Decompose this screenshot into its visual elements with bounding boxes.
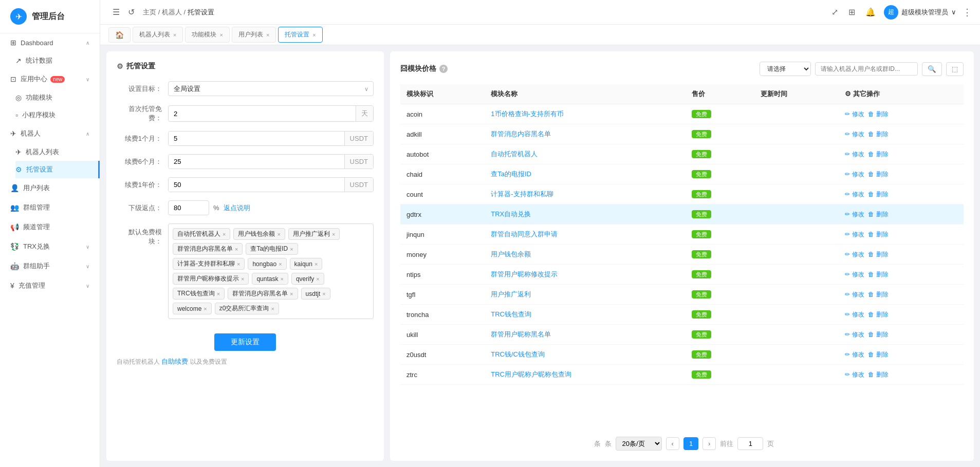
module-name-link[interactable]: 群管用户昵称修改提示 — [491, 270, 558, 278]
edit-link[interactable]: ✏ 修改 — [845, 351, 864, 358]
sidebar-item-channel-management[interactable]: 📢 频道管理 — [0, 217, 100, 237]
tag-close-button[interactable]: × — [316, 276, 319, 282]
module-name-link[interactable]: TRC钱包查询 — [491, 310, 531, 318]
edit-link[interactable]: ✏ 修改 — [845, 151, 864, 158]
update-settings-button[interactable]: 更新设置 — [214, 333, 276, 351]
delete-link[interactable]: 🗑 删除 — [868, 151, 888, 158]
delete-link[interactable]: 🗑 删除 — [868, 251, 888, 258]
module-name-link[interactable]: TRX自动兑换 — [491, 210, 531, 218]
grid-button[interactable]: ⊞ — [846, 5, 857, 19]
module-name-link[interactable]: 群管用户昵称黑名单 — [491, 330, 551, 338]
delete-link[interactable]: 🗑 删除 — [868, 371, 888, 378]
expand-button[interactable]: ⤢ — [829, 5, 840, 19]
delete-link[interactable]: 🗑 删除 — [868, 211, 888, 218]
sidebar-item-custody-settings[interactable]: ⚙ 托管设置 — [15, 161, 100, 178]
tag-close-button[interactable]: × — [235, 246, 238, 252]
renew-6month-input[interactable] — [169, 155, 344, 169]
edit-link[interactable]: ✏ 修改 — [845, 331, 864, 338]
tab-home[interactable]: 🏠 — [108, 27, 131, 43]
sidebar-item-statistics[interactable]: ↗ 统计数据 — [15, 52, 100, 69]
menu-toggle-button[interactable]: ☰ — [108, 5, 124, 19]
tag-close-button[interactable]: × — [241, 276, 244, 282]
sidebar-item-group-management[interactable]: 👥 群组管理 — [0, 198, 100, 217]
sidebar-item-app-center[interactable]: ⊡ 应用中心 new ∨ — [0, 69, 100, 89]
sidebar-item-recharge-management[interactable]: ¥ 充值管理 ∨ — [0, 276, 100, 295]
breadcrumb-home[interactable]: 主页 — [143, 8, 156, 16]
edit-link[interactable]: ✏ 修改 — [845, 191, 864, 198]
sidebar-item-trx-exchange[interactable]: 💱 TRX兑换 ∨ — [0, 237, 100, 256]
sidebar-item-robot[interactable]: ✈ 机器人 ∧ — [0, 124, 100, 143]
next-page-button[interactable]: › — [702, 437, 716, 450]
sidebar-item-mini-program[interactable]: ▫ 小程序模块 — [15, 106, 100, 124]
tag-close-button[interactable]: × — [279, 261, 282, 267]
edit-link[interactable]: ✏ 修改 — [845, 291, 864, 298]
tab-function-module[interactable]: 功能模块 × — [185, 27, 229, 43]
setting-target-select[interactable]: 全局设置 — [168, 81, 374, 96]
tag-close-button[interactable]: × — [204, 306, 207, 312]
help-icon[interactable]: ? — [439, 65, 448, 73]
tab-close-function-module[interactable]: × — [219, 32, 223, 38]
module-name-link[interactable]: TRC用户昵称户昵称包查询 — [491, 370, 571, 378]
edit-link[interactable]: ✏ 修改 — [845, 251, 864, 258]
sidebar-item-robot-list[interactable]: ✈ 机器人列表 — [15, 143, 100, 161]
module-name-link[interactable]: 自动托管机器人 — [491, 150, 538, 158]
module-name-link[interactable]: TRC钱/C钱包查询 — [491, 350, 545, 358]
export-button[interactable]: ⬚ — [946, 62, 964, 76]
edit-link[interactable]: ✏ 修改 — [845, 311, 864, 318]
tag-close-button[interactable]: × — [290, 246, 293, 252]
edit-link[interactable]: ✏ 修改 — [845, 211, 864, 218]
tag-close-button[interactable]: × — [237, 261, 240, 267]
edit-link[interactable]: ✏ 修改 — [845, 130, 864, 138]
delete-link[interactable]: 🗑 删除 — [868, 231, 888, 238]
renew-1year-input[interactable] — [169, 178, 344, 192]
bell-button[interactable]: 🔔 — [863, 5, 878, 19]
more-button[interactable]: ⋮ — [963, 7, 972, 18]
tag-close-button[interactable]: × — [322, 291, 325, 297]
edit-link[interactable]: ✏ 修改 — [845, 231, 864, 238]
tab-close-robot-list[interactable]: × — [173, 32, 176, 38]
delete-link[interactable]: 🗑 删除 — [868, 110, 888, 118]
search-button[interactable]: 🔍 — [922, 62, 942, 76]
footer-note-link[interactable]: 自助续费 — [161, 358, 188, 365]
search-input[interactable] — [815, 62, 918, 76]
goto-page-input[interactable] — [737, 437, 763, 450]
module-name-link[interactable]: 群管自动同意入群申请 — [491, 230, 558, 238]
breadcrumb-robot[interactable]: 机器人 — [162, 8, 182, 16]
module-name-link[interactable]: 群管消息内容黑名单 — [491, 130, 551, 138]
tag-close-button[interactable]: × — [277, 231, 280, 237]
refresh-button[interactable]: ↺ — [124, 5, 139, 19]
module-name-link[interactable]: 1币价格查询-支持所有币 — [491, 110, 564, 118]
delete-link[interactable]: 🗑 删除 — [868, 271, 888, 278]
module-name-link[interactable]: 计算器-支持群和私聊 — [491, 190, 553, 198]
tab-user-list[interactable]: 用户列表 × — [232, 27, 276, 43]
tag-close-button[interactable]: × — [223, 231, 226, 237]
user-menu[interactable]: 超 超级模块管理员 ∨ — [884, 5, 956, 20]
first-free-input[interactable] — [169, 107, 356, 121]
edit-link[interactable]: ✏ 修改 — [845, 271, 864, 278]
renew-1month-input[interactable] — [169, 132, 344, 145]
module-name-link[interactable]: 用户钱包余额 — [491, 250, 531, 258]
edit-link[interactable]: ✏ 修改 — [845, 171, 864, 178]
sidebar-item-user-list[interactable]: 👤 用户列表 — [0, 178, 100, 198]
edit-link[interactable]: ✏ 修改 — [845, 371, 864, 378]
delete-link[interactable]: 🗑 删除 — [868, 331, 888, 338]
tag-close-button[interactable]: × — [332, 231, 335, 237]
page-1-button[interactable]: 1 — [683, 437, 698, 450]
rebate-link[interactable]: 返点说明 — [224, 203, 250, 213]
tag-close-button[interactable]: × — [271, 306, 274, 312]
tag-close-button[interactable]: × — [280, 276, 283, 282]
tag-close-button[interactable]: × — [290, 291, 293, 297]
page-size-select[interactable]: 20条/页 50条/页 100条/页 — [616, 437, 662, 451]
sidebar-item-group-assistant[interactable]: 🤖 群组助手 ∨ — [0, 256, 100, 276]
prev-page-button[interactable]: ‹ — [666, 437, 679, 450]
delete-link[interactable]: 🗑 删除 — [868, 351, 888, 358]
module-name-link[interactable]: 用户推广返利 — [491, 290, 531, 298]
rebate-input[interactable] — [168, 200, 209, 215]
delete-link[interactable]: 🗑 删除 — [868, 191, 888, 198]
tag-close-button[interactable]: × — [315, 261, 318, 267]
sidebar-item-function-module[interactable]: ◎ 功能模块 — [15, 89, 100, 106]
tab-close-user-list[interactable]: × — [266, 32, 269, 38]
delete-link[interactable]: 🗑 删除 — [868, 291, 888, 298]
module-name-link[interactable]: 查Ta的电报ID — [491, 170, 531, 178]
tab-close-custody[interactable]: × — [312, 32, 316, 38]
